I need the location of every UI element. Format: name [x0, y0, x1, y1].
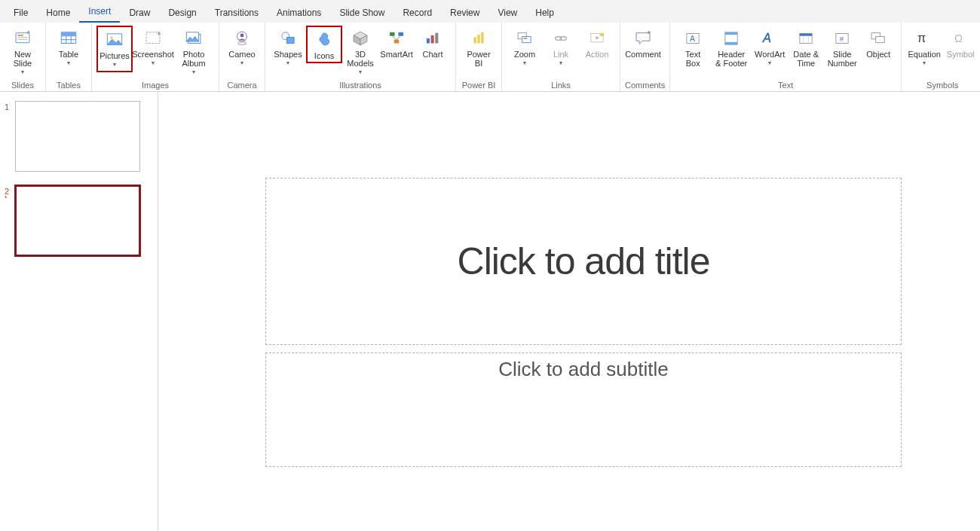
menu-home[interactable]: Home [37, 3, 79, 23]
button-label: Cameo [228, 50, 255, 59]
svg-point-12 [110, 36, 112, 38]
equation-icon: π [912, 27, 936, 50]
svg-rect-19 [238, 42, 246, 44]
action-button: Action [579, 26, 615, 60]
subtitle-placeholder[interactable]: Click to add subtitle [265, 352, 902, 467]
link-button: Link▾ [543, 26, 579, 69]
zoom-icon [513, 27, 537, 50]
3d-models-icon [348, 27, 372, 50]
ribbon-group-comments: +CommentComments [620, 23, 670, 91]
svg-rect-25 [390, 32, 395, 36]
svg-rect-32 [477, 35, 479, 43]
svg-text:A: A [762, 31, 771, 44]
icons-button[interactable]: Icons [306, 26, 342, 63]
button-label: Screenshot [132, 50, 174, 59]
button-label: SmartArt [380, 50, 412, 59]
equation-button[interactable]: πEquation▾ [906, 26, 942, 69]
pictures-button[interactable]: Pictures▾ [96, 26, 133, 72]
zoom-button[interactable]: Zoom▾ [507, 26, 543, 69]
header-footer-button[interactable]: Header & Footer [711, 26, 752, 69]
svg-rect-29 [431, 35, 434, 44]
dropdown-caret-icon: ▾ [359, 68, 362, 77]
button-label: Shapes [274, 50, 302, 59]
svg-point-41 [600, 33, 604, 37]
smartart-button[interactable]: SmartArt [378, 26, 415, 60]
menu-transitions[interactable]: Transitions [206, 3, 268, 23]
slide-thumb-2[interactable]: 2 * [5, 185, 144, 256]
power-bi-button[interactable]: Power BI [461, 26, 497, 69]
pictures-icon [103, 29, 127, 51]
button-label: New Slide [14, 50, 32, 68]
button-label: Text Box [685, 50, 700, 68]
menu-file[interactable]: File [5, 3, 37, 23]
object-icon [866, 27, 890, 50]
menu-insert[interactable]: Insert [79, 2, 120, 23]
comment-button[interactable]: +Comment [625, 26, 661, 60]
svg-rect-47 [725, 42, 737, 44]
svg-rect-50 [800, 34, 812, 36]
cameo-button[interactable]: Cameo▾ [224, 26, 260, 69]
icons-icon [312, 29, 336, 51]
svg-rect-10 [61, 32, 76, 36]
menu-animations[interactable]: Animations [268, 3, 330, 23]
slide-thumb-1[interactable]: 1 [5, 101, 144, 172]
photo-album-button[interactable]: Photo Album▾ [173, 26, 214, 78]
text-box-button[interactable]: AText Box [675, 26, 711, 69]
svg-rect-56 [876, 37, 884, 43]
menu-help[interactable]: Help [526, 3, 563, 23]
ribbon-group-links: Zoom▾Link▾ActionLinks [502, 23, 620, 91]
svg-text:Ω: Ω [954, 32, 963, 44]
ribbon-group-slides: +New Slide▾Slides [0, 23, 46, 91]
dropdown-caret-icon: ▾ [113, 60, 116, 69]
ribbon-group-camera: Cameo▾Camera [219, 23, 265, 91]
svg-rect-36 [523, 38, 527, 39]
menu-review[interactable]: Review [441, 3, 488, 23]
wordart-icon: A [758, 27, 782, 50]
object-button[interactable]: Object [860, 26, 896, 60]
comment-icon: + [631, 27, 655, 50]
slide-number-icon: # [830, 27, 854, 50]
3d-models-button[interactable]: 3D Models▾ [342, 26, 378, 78]
button-label: Chart [423, 50, 443, 59]
svg-rect-3 [18, 39, 28, 40]
svg-rect-21 [286, 37, 294, 43]
svg-text:A: A [690, 34, 696, 43]
ribbon-group-text: AText BoxHeader & FooterAWordArt▾Date & … [670, 23, 902, 91]
group-label: Symbols [906, 81, 978, 91]
menu-draw[interactable]: Draw [120, 3, 159, 23]
svg-rect-30 [435, 33, 438, 44]
slide-number-button[interactable]: #Slide Number [824, 26, 860, 69]
ribbon-group-illustrations: Shapes▾Icons3D Models▾SmartArtChartIllus… [265, 23, 456, 91]
svg-text:+: + [157, 29, 161, 38]
dropdown-caret-icon: ▾ [286, 59, 289, 68]
symbol-button: ΩSymbol [942, 26, 978, 60]
menu-record[interactable]: Record [394, 3, 441, 23]
thumb-preview [15, 101, 140, 172]
chart-icon [421, 27, 445, 50]
table-button[interactable]: Table▾ [51, 26, 87, 69]
dropdown-caret-icon: ▾ [152, 59, 155, 68]
slide-panel: 1 2 * [0, 92, 158, 531]
text-box-icon: A [681, 27, 705, 50]
screenshot-button[interactable]: +Screenshot▾ [133, 26, 173, 69]
button-label: Photo Album [182, 50, 205, 68]
shapes-button[interactable]: Shapes▾ [270, 26, 306, 69]
button-label: Date & Time [793, 50, 819, 68]
button-label: Pictures [100, 51, 130, 60]
new-slide-button[interactable]: +New Slide▾ [5, 26, 41, 78]
cameo-icon [230, 27, 254, 50]
svg-rect-27 [394, 40, 400, 44]
svg-rect-2 [18, 37, 28, 38]
ribbon-group-symbols: πEquation▾ΩSymbolSymbols [902, 23, 980, 91]
svg-rect-46 [725, 32, 737, 35]
menu-view[interactable]: View [488, 3, 526, 23]
title-placeholder[interactable]: Click to add title [265, 178, 902, 345]
button-label: Equation [908, 50, 940, 59]
ribbon-group-tables: Table▾Tables [46, 23, 92, 91]
wordart-button[interactable]: AWordArt▾ [752, 26, 788, 69]
svg-text:+: + [647, 29, 651, 36]
chart-button[interactable]: Chart [415, 26, 451, 60]
menu-slideshow[interactable]: Slide Show [330, 3, 394, 23]
date-time-button[interactable]: Date & Time [788, 26, 824, 69]
menu-design[interactable]: Design [159, 3, 205, 23]
